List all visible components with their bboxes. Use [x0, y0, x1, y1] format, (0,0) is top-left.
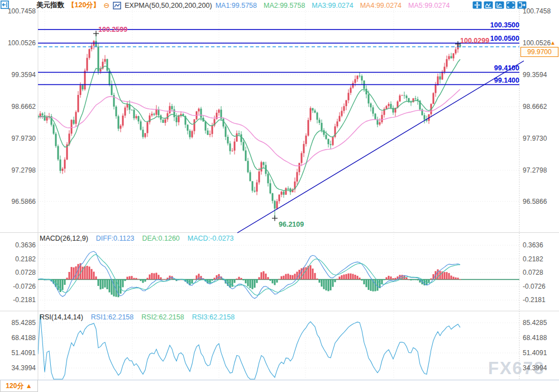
macd-dea-value: DEA:0.1260	[142, 235, 179, 242]
period-tag[interactable]: 【120分】	[68, 1, 100, 10]
annotation-peak-high: 100.2599	[98, 26, 127, 34]
rsi-header: RSI(14,14,14) RSI1:62.2158 RSI2:62.2158 …	[40, 313, 235, 321]
indicator-chart-icon	[113, 2, 121, 9]
trading-chart-app: FX678 美元指数 【120分】 ⊖ EXPMA(50,50,200,200,…	[0, 0, 559, 392]
pan-icon[interactable]	[472, 1, 482, 9]
ma-value: MA5:99.0274	[408, 2, 450, 9]
rsi-title: RSI(14,14,14)	[40, 313, 83, 321]
dock-left-icon[interactable]	[1, 1, 9, 9]
fullscreen-icon[interactable]	[506, 1, 515, 9]
annotation-recent-high: 100.0299	[460, 37, 489, 45]
chart-canvas	[0, 0, 559, 392]
exit-icon[interactable]	[517, 1, 527, 9]
ma-value: MA1:99.5758	[216, 2, 257, 9]
current-price-tag: 99.9700	[520, 47, 558, 57]
chart-toolbar	[472, 1, 527, 9]
ma-value: MA2:99.5758	[264, 2, 305, 9]
rsi3-value: RSI3:62.2158	[192, 313, 235, 321]
instrument-title: 美元指数	[36, 1, 64, 10]
axis-scale-icon[interactable]	[495, 1, 504, 9]
annotation-low: 96.2109	[279, 221, 304, 228]
time-axis-bar	[0, 380, 559, 392]
price-up-arrow-icon: ▲	[550, 40, 556, 46]
rsi2-value: RSI2:62.2158	[141, 313, 184, 321]
rsi1-value: RSI1:62.2158	[91, 313, 133, 321]
period-selector[interactable]: 120分 ▲	[0, 380, 38, 392]
macd-title: MACD(26,12,9)	[40, 235, 88, 242]
indicator-label: EXPMA(50,50,200,200,200)	[125, 2, 212, 9]
macd-value: MACD:-0.0273	[188, 235, 234, 242]
chart-header: 美元指数 【120分】 ⊖ EXPMA(50,50,200,200,200) M…	[0, 0, 559, 9]
zoom-out-icon[interactable]: ⊖	[103, 2, 109, 9]
ma-values: MA1:99.5758MA2:99.5758MA3:99.0274MA4:99.…	[216, 2, 450, 9]
ma-value: MA4:99.0274	[360, 2, 402, 9]
macd-diff-value: DIFF:0.1123	[96, 235, 135, 242]
ma-value: MA3:99.0274	[312, 2, 353, 9]
macd-header: MACD(26,12,9) DIFF:0.1123 DEA:0.1260 MAC…	[40, 235, 234, 242]
indicator-window-icon[interactable]	[484, 1, 493, 9]
